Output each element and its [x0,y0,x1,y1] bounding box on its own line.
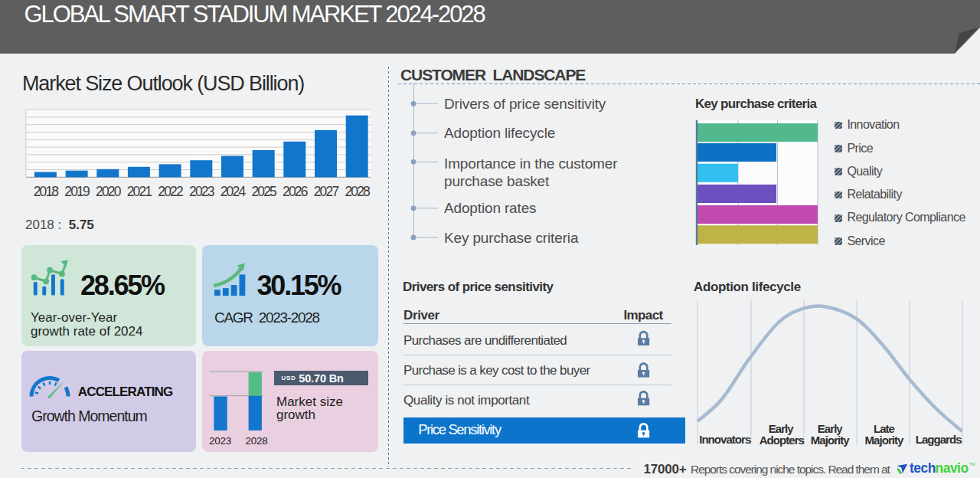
svg-text:2021: 2021 [127,184,152,199]
svg-text:2018: 2018 [34,184,59,199]
svg-text:2028: 2028 [245,435,267,447]
svg-text:2023: 2023 [209,435,231,447]
svg-text:2028: 2028 [345,184,370,199]
svg-text:TM: TM [969,462,975,467]
svg-text:2022: 2022 [158,184,183,199]
svg-text:2024: 2024 [220,184,247,199]
svg-text:2019: 2019 [64,184,90,199]
svg-text:navio: navio [936,460,969,476]
svg-text:2027: 2027 [314,184,339,199]
svg-text:2026: 2026 [283,184,308,199]
svg-text:2025: 2025 [251,184,276,199]
svg-text:2020: 2020 [96,184,122,199]
svg-text:tech: tech [910,460,936,476]
svg-text:2023: 2023 [189,184,214,199]
